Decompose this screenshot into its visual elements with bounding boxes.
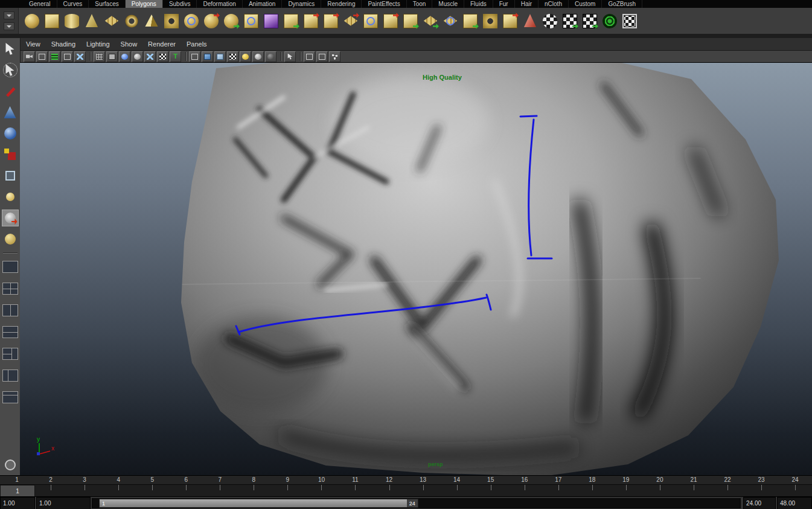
poly-pipe-icon[interactable]	[163, 13, 180, 30]
frame-ruler[interactable]: 1 2 3 4 5 6 7 8 9 10 11 12 13 14 15 16 1…	[0, 476, 812, 484]
panel-menu-shading[interactable]: Shading	[46, 38, 81, 50]
menu-tab-deformation[interactable]: Deformation	[197, 0, 242, 8]
menu-tab-curves[interactable]: Curves	[57, 0, 89, 8]
move-tool-icon[interactable]	[2, 104, 18, 120]
extract-icon[interactable]	[342, 13, 359, 30]
current-frame-indicator[interactable]: 1	[0, 485, 35, 497]
menu-tab-toon[interactable]: Toon	[407, 0, 433, 8]
scale-tool-icon[interactable]	[2, 147, 18, 162]
poly-plane-icon[interactable]	[103, 13, 120, 30]
xray-icon[interactable]	[316, 51, 328, 62]
rotate-tool-icon[interactable]	[2, 126, 18, 141]
playback-end-field[interactable]: 24.00	[743, 497, 776, 509]
menu-tab-rendering[interactable]: Rendering	[321, 0, 362, 8]
menu-tab-hair[interactable]: Hair	[515, 0, 539, 8]
layout-four-pane-button[interactable]	[2, 283, 18, 295]
use-default-material-icon[interactable]	[227, 51, 238, 62]
menu-tab-surfaces[interactable]: Surfaces	[89, 0, 125, 8]
soft-mod-tool-icon[interactable]	[2, 189, 18, 205]
viewport-canvas[interactable]	[20, 63, 812, 476]
select-camera-icon[interactable]	[24, 51, 35, 62]
boolean-icon[interactable]	[382, 13, 399, 30]
menu-tab-polygons[interactable]: Polygons	[126, 0, 163, 8]
uv-texture-editor-icon[interactable]	[621, 13, 638, 30]
panel-menu-lighting[interactable]: Lighting	[81, 38, 115, 50]
menu-tab-fluids[interactable]: Fluids	[464, 0, 493, 8]
sculpt-geometry-icon[interactable]	[223, 13, 240, 30]
menu-tab-animation[interactable]: Animation	[243, 0, 282, 8]
occlusion-icon[interactable]	[265, 51, 277, 62]
lights-icon[interactable]	[240, 51, 251, 62]
poly-torus-icon[interactable]	[123, 13, 140, 30]
current-tool-sculpt-icon[interactable]	[2, 210, 18, 226]
panel-menu-view[interactable]: View	[21, 38, 46, 50]
menu-tab-gozbrush[interactable]: GoZBrush	[602, 0, 642, 8]
menu-tab-dynamics[interactable]: Dynamics	[282, 0, 321, 8]
shelf-menu-button[interactable]	[4, 22, 14, 30]
plugin-display-icon[interactable]	[329, 51, 340, 62]
menu-tab-painteffects[interactable]: PaintEffects	[362, 0, 406, 8]
bevel-icon[interactable]	[362, 13, 379, 30]
layout-hypergraph-persp-button[interactable]	[2, 391, 18, 403]
animation-end-field[interactable]: 48.00	[777, 497, 812, 509]
combine-icon[interactable]	[302, 13, 319, 30]
menu-tab-fur[interactable]: Fur	[493, 0, 515, 8]
triangulate-icon[interactable]	[422, 13, 439, 30]
menu-tab-muscle[interactable]: Muscle	[432, 0, 464, 8]
mirror-geometry-icon[interactable]	[243, 13, 260, 30]
uv-spherical-mapping-icon[interactable]	[601, 13, 618, 30]
poly-cone-icon[interactable]	[83, 13, 100, 30]
animation-start-field[interactable]: 1.00	[0, 497, 35, 509]
gate-mask-icon[interactable]	[132, 51, 143, 62]
film-gate-icon[interactable]	[106, 51, 118, 62]
menu-tab-general[interactable]: General	[23, 0, 57, 8]
layout-outliner-persp-button[interactable]	[2, 370, 18, 382]
sculpt-cone-icon[interactable]	[522, 13, 539, 30]
shelf-tab-selector-button[interactable]	[4, 11, 14, 19]
make-hole-icon[interactable]	[482, 13, 499, 30]
range-slider-track[interactable]: 1 24	[92, 498, 741, 508]
snap-icon[interactable]	[74, 51, 86, 62]
wireframe-icon[interactable]	[189, 51, 200, 62]
select-tool-icon[interactable]	[2, 41, 18, 57]
safe-action-icon[interactable]	[157, 51, 168, 62]
time-slider[interactable]: 1 2 3 4 5 6 7 8 9 10 11 12 13 14 15 16 1…	[0, 475, 812, 497]
last-tool-icon[interactable]	[2, 231, 18, 247]
field-chart-icon[interactable]	[144, 51, 156, 62]
poly-platonic-solid-icon[interactable]	[203, 13, 220, 30]
lasso-select-tool-icon[interactable]	[2, 62, 18, 78]
reduce-icon[interactable]	[402, 13, 419, 30]
poly-soccer-ball-icon[interactable]	[183, 13, 200, 30]
uv-checker-sphere-icon[interactable]	[542, 13, 558, 30]
uv-auto-mapping-icon[interactable]	[561, 13, 578, 30]
quadrangulate-icon[interactable]	[442, 13, 459, 30]
fill-hole-icon[interactable]	[462, 13, 479, 30]
paint-select-tool-icon[interactable]	[2, 83, 18, 99]
layout-two-pane-side-button[interactable]	[2, 304, 18, 316]
safe-title-icon[interactable]: T	[170, 51, 181, 62]
viewport[interactable]: High Quality persp y x	[20, 62, 812, 476]
resolution-gate-icon[interactable]	[119, 51, 130, 62]
smooth-mesh-icon[interactable]	[283, 13, 299, 30]
panel-menu-panels[interactable]: Panels	[181, 38, 213, 50]
layout-single-pane-button[interactable]	[2, 261, 18, 273]
subdiv-proxy-icon[interactable]	[263, 13, 280, 30]
cut-faces-icon[interactable]	[502, 13, 519, 30]
shadows-icon[interactable]	[252, 51, 264, 62]
menu-tab-custom[interactable]: Custom	[569, 0, 602, 8]
pan-zoom-icon[interactable]	[62, 51, 73, 62]
smooth-shade-icon[interactable]	[202, 51, 213, 62]
poly-cube-icon[interactable]	[43, 13, 60, 30]
poly-cylinder-icon[interactable]	[63, 13, 80, 30]
tool-settings-icon[interactable]	[2, 457, 18, 473]
universal-manipulator-icon[interactable]	[2, 168, 18, 184]
layout-three-pane-button[interactable]	[2, 348, 18, 360]
panel-menu-renderer[interactable]: Renderer	[142, 38, 181, 50]
image-plane-icon[interactable]	[49, 51, 60, 62]
poly-sphere-icon[interactable]	[24, 13, 40, 30]
uv-planar-mapping-icon[interactable]	[581, 13, 598, 30]
grid-icon[interactable]	[94, 51, 105, 62]
frame-tick-strip[interactable]: 1	[0, 484, 812, 497]
playback-start-field[interactable]: 1.00	[36, 497, 91, 509]
separate-icon[interactable]	[322, 13, 339, 30]
